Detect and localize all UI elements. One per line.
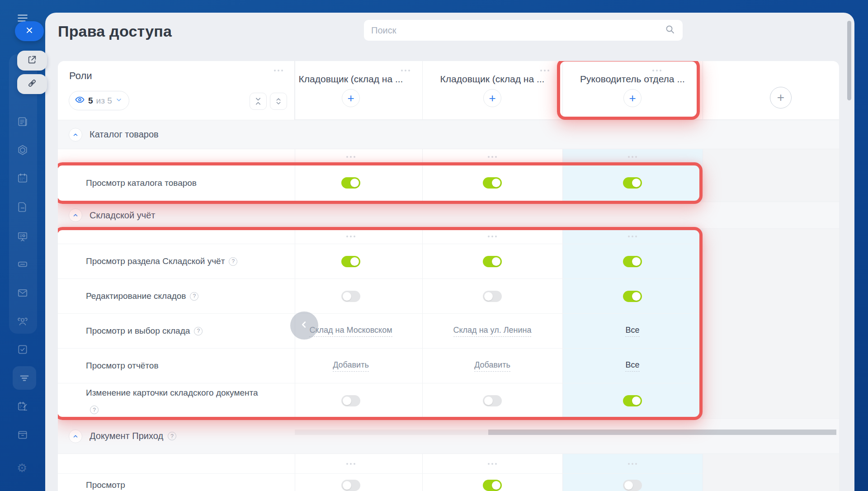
add-report-link[interactable]: Добавить (333, 360, 369, 372)
link-icon (27, 78, 37, 90)
warehouse-link-all[interactable]: Все (625, 326, 639, 337)
chevron-down-icon (115, 96, 123, 105)
role-name: Кладовщик (склад на ... (299, 74, 403, 85)
add-report-link[interactable]: Добавить (474, 360, 510, 372)
table-row: Просмотр (58, 474, 703, 491)
page-title: Права доступа (58, 23, 172, 40)
calendar-icon[interactable] (17, 172, 28, 184)
role-name: Кладовщик (склад на ... (440, 74, 545, 85)
help-icon[interactable]: ? (229, 257, 237, 266)
add-role-button[interactable]: + (770, 87, 792, 109)
permission-toggle[interactable] (623, 395, 642, 406)
add-user-to-role-button[interactable]: + (342, 89, 360, 107)
permission-label: Изменение карточки складского документа (86, 387, 258, 399)
search-input[interactable] (371, 25, 665, 36)
roles-header-cell: Роли 5 из 5 (58, 61, 295, 120)
permission-toggle[interactable] (623, 177, 642, 189)
section-header-incoming-doc[interactable]: Документ Приход ? (58, 418, 839, 454)
copy-link-button[interactable] (17, 74, 47, 94)
section-header-warehouse[interactable]: Складской учёт (58, 202, 839, 229)
scroll-left-button[interactable] (290, 312, 318, 340)
permission-label: Просмотр (86, 479, 125, 491)
sidebar-item-active[interactable] (13, 366, 36, 390)
cell-drag-handle[interactable] (628, 463, 637, 465)
filter-icon (19, 372, 30, 384)
open-external-button[interactable] (17, 51, 47, 71)
warehouse-link[interactable]: Склад на Московском (309, 326, 392, 337)
permission-toggle[interactable] (483, 395, 502, 406)
section-label: Каталог товаров (90, 129, 159, 140)
role-column-header-1[interactable]: Кладовщик (склад на ... + (295, 61, 422, 120)
mail-icon[interactable] (17, 287, 28, 299)
storage-icon[interactable] (17, 258, 28, 270)
section-header-catalog[interactable]: Каталог товаров (58, 120, 839, 149)
team-icon[interactable] (17, 316, 28, 327)
add-user-to-role-button[interactable]: + (483, 89, 501, 107)
cell-drag-handle[interactable] (488, 236, 497, 237)
chevron-up-icon[interactable] (69, 208, 82, 222)
chevron-up-icon[interactable] (69, 128, 82, 142)
search-icon[interactable] (665, 24, 675, 37)
role-column-header-2[interactable]: Кладовщик (склад на ... + (422, 61, 562, 120)
reports-all-link[interactable]: Все (625, 360, 639, 372)
permission-toggle[interactable] (341, 256, 360, 267)
table-row: Изменение карточки складского документа? (58, 383, 703, 418)
table-row: Просмотр каталога товаров (58, 165, 703, 202)
settings-icon[interactable]: ⚙ (17, 462, 28, 474)
help-icon[interactable]: ? (190, 292, 198, 301)
cell-drag-handle[interactable] (346, 156, 355, 158)
section-label: Складской учёт (90, 210, 155, 221)
permission-toggle[interactable] (623, 480, 642, 491)
cell-drag-handle[interactable] (628, 236, 637, 237)
table-row: Просмотр и выбор склада? Склад на Москов… (58, 314, 703, 349)
permission-toggle[interactable] (483, 480, 502, 491)
permission-toggle[interactable] (483, 256, 502, 267)
roles-visibility-filter[interactable]: 5 из 5 (69, 91, 129, 110)
permission-toggle[interactable] (341, 480, 360, 491)
vertical-scrollbar[interactable] (847, 21, 851, 100)
permission-label: Просмотр каталога товаров (86, 177, 197, 189)
horizontal-scrollbar-thumb[interactable] (488, 430, 836, 435)
permission-toggle[interactable] (341, 395, 360, 406)
cell-drag-handle[interactable] (488, 156, 497, 158)
document-icon[interactable] (17, 201, 28, 213)
role-column-header-3[interactable]: Руководитель отдела ... + (562, 61, 703, 120)
chevron-up-icon[interactable] (69, 430, 82, 443)
table-row: Просмотр раздела Складской учёт? (58, 244, 703, 279)
permission-toggle[interactable] (483, 291, 502, 302)
tasks-icon[interactable] (17, 344, 28, 355)
planning-icon[interactable] (17, 401, 28, 412)
search-box (364, 20, 683, 41)
news-icon[interactable] (17, 116, 28, 127)
expand-sort-button[interactable] (270, 93, 287, 110)
warehouse-link[interactable]: Склад на ул. Ленина (453, 326, 532, 337)
close-icon (25, 26, 34, 37)
permission-toggle[interactable] (341, 291, 360, 302)
chevron-left-icon (299, 320, 309, 331)
cell-drag-handle[interactable] (346, 236, 355, 237)
cell-drag-handle[interactable] (628, 156, 637, 158)
roles-total-label: из 5 (96, 96, 112, 106)
presentation-icon[interactable] (17, 231, 28, 242)
close-button[interactable] (15, 21, 44, 41)
add-user-to-role-button[interactable]: + (623, 89, 642, 107)
help-icon[interactable]: ? (194, 327, 203, 335)
roles-drag-handle[interactable] (274, 70, 283, 71)
permission-toggle[interactable] (341, 177, 360, 189)
archive-icon[interactable] (17, 429, 28, 441)
permission-toggle[interactable] (623, 291, 642, 302)
access-rights-panel: Права доступа Кладовщик (склад на ... + (45, 13, 854, 491)
help-icon[interactable]: ? (90, 406, 99, 414)
help-icon[interactable]: ? (168, 432, 176, 440)
cell-drag-handle[interactable] (346, 463, 355, 465)
permission-toggle[interactable] (623, 256, 642, 267)
row-handles-strip (58, 229, 703, 244)
hexagon-icon[interactable] (17, 144, 28, 156)
permission-label: Просмотр раздела Складской учёт (86, 255, 225, 267)
table-row: Просмотр отчётов Добавить Добавить Все (58, 349, 703, 383)
permission-toggle[interactable] (483, 177, 502, 189)
permission-label: Просмотр и выбор склада (86, 325, 190, 337)
collapse-all-button[interactable] (250, 93, 267, 110)
cell-drag-handle[interactable] (488, 463, 497, 465)
permission-label: Просмотр отчётов (86, 360, 159, 372)
